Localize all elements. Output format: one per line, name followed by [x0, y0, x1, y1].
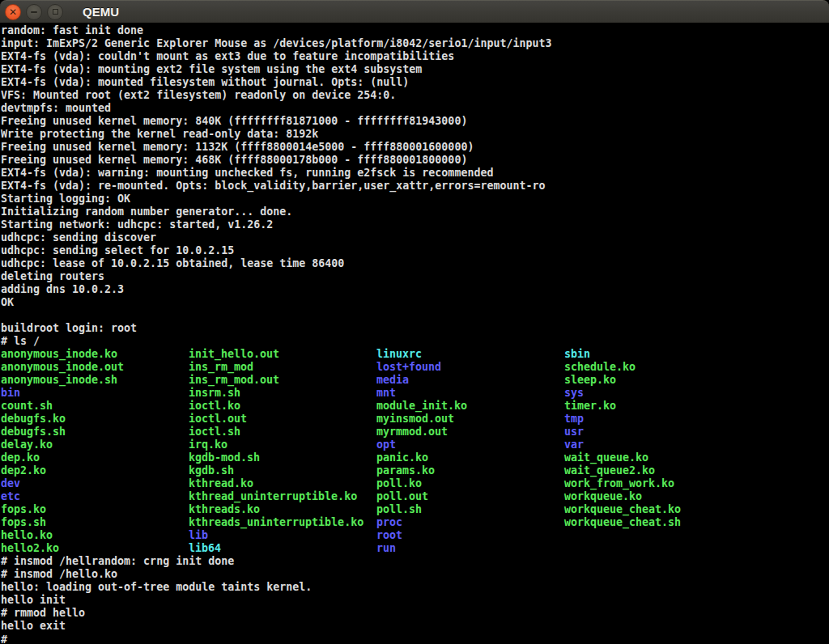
file-listing-row: debugfs.koioctl.outmyinsmod.outtmp: [1, 413, 829, 426]
console-line: OK: [1, 296, 829, 309]
file-entry: ioctl.out: [189, 413, 376, 426]
console-line: VFS: Mounted root (ext2 filesystem) read…: [1, 89, 829, 102]
console-line: hello exit: [1, 620, 829, 633]
shell-prompt: #: [1, 633, 829, 644]
file-entry: ins_rm_mod.out: [189, 374, 376, 387]
file-entry: proc: [376, 516, 564, 529]
file-entry: lib: [189, 529, 376, 542]
file-entry: ins_rm_mod: [189, 361, 376, 374]
file-entry: workqueue_cheat.ko: [564, 503, 752, 516]
console-line: Starting network: udhcpc: started, v1.26…: [1, 218, 829, 231]
file-entry: init_hello.out: [189, 348, 376, 361]
file-entry: sbin: [564, 348, 752, 361]
file-entry: myrmmod.out: [376, 426, 564, 439]
file-entry: params.ko: [376, 464, 564, 477]
file-entry: poll.out: [376, 490, 564, 503]
file-entry: bin: [1, 387, 189, 400]
console-line: Initializing random number generator... …: [1, 205, 829, 218]
console-line: deleting routers: [1, 270, 829, 283]
file-entry: wait_queue.ko: [564, 451, 752, 464]
console-line: Freeing unused kernel memory: 1132K (fff…: [1, 141, 829, 154]
console-line: # ls /: [1, 335, 829, 348]
close-button[interactable]: ✕: [5, 4, 21, 20]
maximize-icon: [53, 9, 58, 15]
file-entry: timer.ko: [564, 400, 752, 413]
file-entry: workqueue.ko: [564, 490, 752, 503]
file-listing-row: anonymous_inode.shins_rm_mod.outmediasle…: [1, 374, 829, 387]
file-entry: hello2.ko: [1, 542, 189, 555]
console-line: Starting logging: OK: [1, 193, 829, 205]
file-entry: run: [376, 542, 564, 555]
file-entry: anonymous_inode.out: [1, 361, 189, 374]
file-entry: kthreads_uninterruptible.ko: [189, 516, 376, 529]
file-listing-row: hello2.kolib64run: [1, 542, 829, 555]
file-entry: dev: [1, 477, 189, 490]
console-line: [1, 309, 829, 322]
file-listing-row: debugfs.shioctl.shmyrmmod.outusr: [1, 426, 829, 439]
file-entry: kgdb-mod.sh: [189, 451, 376, 464]
file-entry: workqueue_cheat.sh: [564, 516, 752, 529]
file-listing-row: hello.kolibroot: [1, 529, 829, 542]
file-entry: poll.sh: [376, 503, 564, 516]
console-line: EXT4-fs (vda): mounted filesystem withou…: [1, 76, 829, 89]
file-entry: module_init.ko: [376, 400, 564, 413]
console-line: EXT4-fs (vda): couldn't mount as ext3 du…: [1, 50, 829, 63]
minimize-icon: [31, 11, 37, 13]
file-entry: opt: [376, 439, 564, 451]
file-listing-row: etckthread_uninterruptible.kopoll.outwor…: [1, 490, 829, 503]
console-line: hello: loading out-of-tree module taints…: [1, 581, 829, 594]
console-line: buildroot login: root: [1, 322, 829, 335]
file-entry: schedule.ko: [564, 361, 752, 374]
file-listing-row: devkthread.kopoll.kowork_from_work.ko: [1, 477, 829, 490]
file-entry: debugfs.ko: [1, 413, 189, 426]
file-entry: hello.ko: [1, 529, 189, 542]
file-entry: debugfs.sh: [1, 426, 189, 439]
minimize-button[interactable]: [26, 4, 42, 20]
file-listing-row: bininsrm.shmntsys: [1, 387, 829, 400]
file-entry: mnt: [376, 387, 564, 400]
file-entry: count.sh: [1, 400, 189, 413]
file-entry: dep.ko: [1, 451, 189, 464]
file-entry: kthread_uninterruptible.ko: [189, 490, 376, 503]
file-entry: root: [376, 529, 564, 542]
file-entry: kthreads.ko: [189, 503, 376, 516]
file-entry: dep2.ko: [1, 464, 189, 477]
file-entry: sys: [564, 387, 752, 400]
close-icon: ✕: [9, 6, 17, 16]
console-line: Freeing unused kernel memory: 840K (ffff…: [1, 115, 829, 128]
file-entry: insrm.sh: [189, 387, 376, 400]
file-entry: ioctl.sh: [189, 426, 376, 439]
console-line: udhcpc: lease of 10.0.2.15 obtained, lea…: [1, 257, 829, 270]
file-entry: lost+found: [376, 361, 564, 374]
console-line: EXT4-fs (vda): mounting ext2 file system…: [1, 63, 829, 76]
file-listing-row: count.shioctl.komodule_init.kotimer.ko: [1, 400, 829, 413]
console-line: devtmpfs: mounted: [1, 102, 829, 115]
qemu-window: ✕ QEMU random: fast init doneinput: ImEx…: [0, 0, 829, 644]
file-listing-row: fops.shkthreads_uninterruptible.koprocwo…: [1, 516, 829, 529]
terminal-cursor: [14, 635, 20, 644]
file-listing-row: dep2.kokgdb.shparams.kowait_queue2.ko: [1, 464, 829, 477]
file-entry: wait_queue2.ko: [564, 464, 752, 477]
window-title: QEMU: [83, 5, 119, 19]
file-entry: linuxrc: [376, 348, 564, 361]
qemu-terminal[interactable]: random: fast init doneinput: ImExPS/2 Ge…: [0, 23, 829, 644]
file-entry: work_from_work.ko: [564, 477, 752, 490]
file-entry: var: [564, 439, 752, 451]
file-entry: fops.ko: [1, 503, 189, 516]
console-line: hello init: [1, 594, 829, 607]
file-entry: media: [376, 374, 564, 387]
console-line: Freeing unused kernel memory: 468K (ffff…: [1, 154, 829, 167]
file-entry: tmp: [564, 413, 752, 426]
maximize-button[interactable]: [47, 4, 63, 20]
console-line: input: ImExPS/2 Generic Explorer Mouse a…: [1, 37, 829, 50]
file-entry: lib64: [189, 542, 376, 555]
file-entry: poll.ko: [376, 477, 564, 490]
title-bar[interactable]: ✕ QEMU: [0, 0, 829, 23]
file-entry: anonymous_inode.sh: [1, 374, 189, 387]
console-line: EXT4-fs (vda): re-mounted. Opts: block_v…: [1, 180, 829, 193]
console-line: # rmmod hello: [1, 607, 829, 620]
file-entry: myinsmod.out: [376, 413, 564, 426]
console-line: Write protecting the kernel read-only da…: [1, 128, 829, 141]
console-line: udhcpc: sending discover: [1, 231, 829, 244]
file-listing-row: delay.koirq.kooptvar: [1, 439, 829, 451]
